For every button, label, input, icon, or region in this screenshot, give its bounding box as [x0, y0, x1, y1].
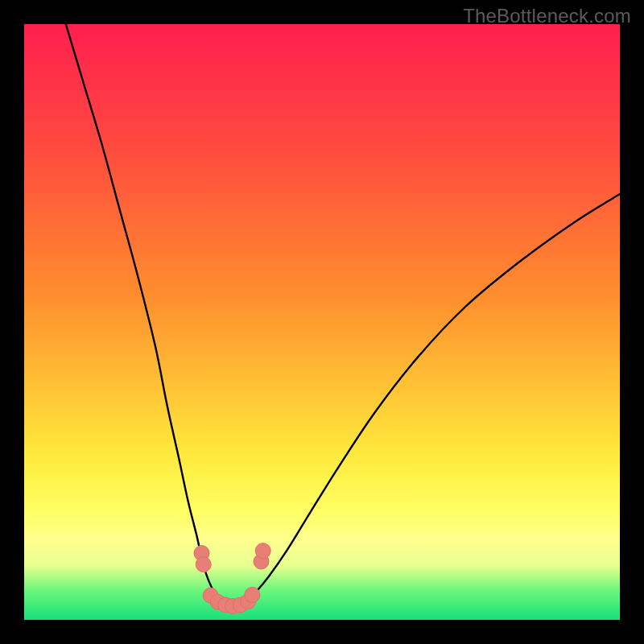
curve-layer	[24, 24, 620, 620]
curve-left-branch	[66, 24, 233, 605]
plot-area	[24, 24, 620, 620]
chart-frame: TheBottleneck.com	[0, 0, 644, 644]
curve-right-branch	[233, 194, 620, 605]
data-marker	[255, 543, 270, 559]
data-marker	[196, 557, 211, 572]
data-marker	[245, 587, 260, 602]
watermark-text: TheBottleneck.com	[463, 5, 631, 27]
marker-group	[194, 543, 270, 614]
